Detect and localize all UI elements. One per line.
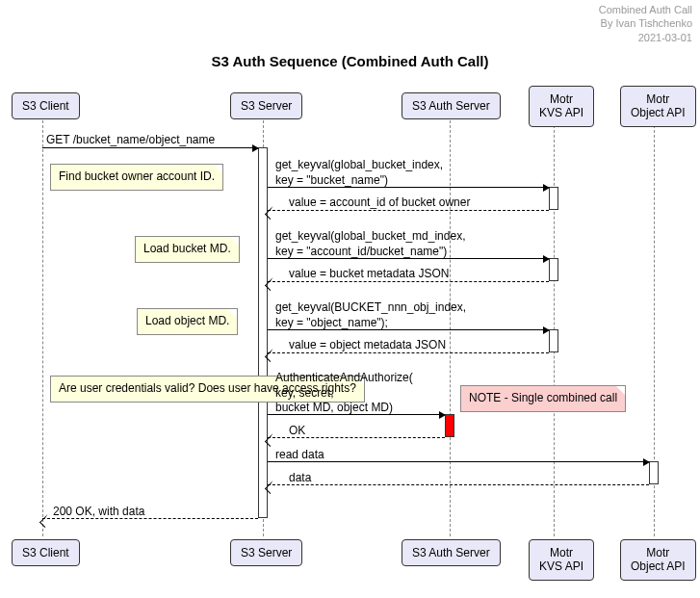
participant-server-bot: S3 Server — [230, 539, 302, 566]
arrow-ok — [268, 437, 445, 438]
activation-server — [258, 147, 268, 518]
meta-line2: By Ivan Tishchenko — [601, 17, 692, 29]
msg-kv3: get_keyval(BUCKET_nnn_obj_index, key = "… — [275, 300, 466, 330]
arrow-kv3 — [268, 329, 549, 330]
msg-kv2r: value = bucket metadata JSON — [289, 267, 449, 282]
arrow-get — [42, 147, 258, 148]
arrow-auth — [268, 414, 445, 415]
arrow-data — [268, 484, 649, 485]
msg-kv1r: value = account_id of bucket owner — [289, 195, 470, 211]
arrow-kv1r — [268, 210, 549, 211]
activation-obj — [649, 461, 659, 484]
arrow-kv2r — [268, 281, 549, 282]
arrow-kv3r — [268, 352, 549, 353]
note-combined: NOTE - Single combined call — [460, 385, 626, 412]
arrow-read — [268, 461, 649, 462]
note-find-owner: Find bucket owner account ID. — [50, 164, 223, 191]
msg-auth: AuthenticateAndAuthorize( key, secret, b… — [275, 371, 413, 416]
diagram-title: S3 Auth Sequence (Combined Auth Call) — [0, 53, 700, 69]
participant-kvs-top: Motr KVS API — [529, 86, 594, 127]
note-load-bucket: Load bucket MD. — [135, 236, 240, 263]
participant-client-bot: S3 Client — [12, 539, 80, 566]
participant-server-top: S3 Server — [230, 92, 302, 119]
activation-kvs-1 — [549, 187, 558, 210]
activation-kvs-3 — [549, 329, 558, 352]
lifeline-client — [42, 120, 43, 536]
lifeline-kvs — [554, 120, 555, 536]
arrow-kv1 — [268, 187, 549, 188]
participant-kvs-bot: Motr KVS API — [529, 539, 594, 581]
msg-kv3r: value = object metadata JSON — [289, 338, 446, 353]
activation-auth-red — [445, 414, 454, 437]
msg-kv1: get_keyval(global_bucket_index, key = "b… — [275, 158, 443, 188]
participant-client-top: S3 Client — [12, 92, 80, 119]
meta-line1: Combined Auth Call — [599, 4, 692, 15]
participant-obj-top: Motr Object API — [620, 86, 696, 127]
arrow-kv2 — [268, 258, 549, 259]
arrow-resp — [42, 518, 258, 519]
note-load-object: Load object MD. — [137, 308, 238, 335]
participant-obj-bot: Motr Object API — [620, 539, 696, 581]
participant-auth-top: S3 Auth Server — [402, 92, 501, 119]
meta-line3: 2021-03-01 — [638, 32, 692, 43]
msg-get: GET /bucket_name/object_name — [46, 133, 215, 148]
participant-auth-bot: S3 Auth Server — [402, 539, 501, 566]
activation-kvs-2 — [549, 258, 558, 281]
msg-kv2: get_keyval(global_bucket_md_index, key =… — [275, 229, 465, 259]
